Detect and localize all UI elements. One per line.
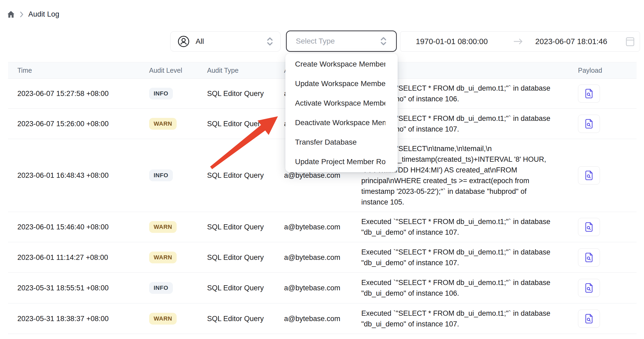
audit-level-badge: WARN <box>149 118 177 130</box>
table-row: 2023-06-01 11:14:27 +08:00 WARN SQL Edit… <box>8 242 637 273</box>
calendar-icon <box>626 36 635 47</box>
view-payload-button[interactable] <box>578 248 600 267</box>
cell-time: 2023-06-01 11:14:27 +08:00 <box>17 253 108 261</box>
cell-time: 2023-06-01 16:48:43 +08:00 <box>17 171 109 180</box>
column-header-time: Time <box>17 67 32 74</box>
file-search-icon <box>584 222 593 232</box>
arrow-right-icon <box>513 38 523 45</box>
cell-audit-level: WARN <box>149 221 177 233</box>
actor-filter-select[interactable]: All <box>170 31 281 52</box>
view-payload-button[interactable] <box>578 115 600 133</box>
view-payload-button[interactable] <box>578 310 600 328</box>
cell-audit-level: INFO <box>149 170 173 181</box>
cell-actor: a@bytebase.com <box>284 223 340 231</box>
cell-comment: Executed `"SELECT * FROM db_ui_demo.t1;"… <box>361 308 578 329</box>
table-row: 2023-06-01 15:46:40 +08:00 WARN SQL Edit… <box>8 212 637 242</box>
date-range-start[interactable]: 1970-01-01 08:00:00 <box>416 37 488 46</box>
cell-audit-level: INFO <box>149 88 173 99</box>
audit-level-badge: INFO <box>149 282 173 294</box>
cell-time: 2023-06-07 15:26:00 +08:00 <box>17 120 109 128</box>
column-header-audit-level: Audit Level <box>149 67 182 74</box>
cell-payload <box>578 115 600 133</box>
cell-payload <box>578 218 600 236</box>
file-search-icon <box>584 252 593 263</box>
view-payload-button[interactable] <box>578 279 600 297</box>
cell-time: 2023-05-31 18:55:51 +08:00 <box>17 284 109 292</box>
table-row-partial <box>8 334 637 339</box>
file-search-icon <box>584 170 593 181</box>
chevron-updown-icon <box>266 37 273 46</box>
cell-payload <box>578 166 600 184</box>
dropdown-option[interactable]: Deactivate Workspace Member <box>285 113 398 132</box>
audit-level-badge: WARN <box>149 313 177 325</box>
dropdown-option[interactable]: Activate Workspace Member <box>285 93 398 113</box>
audit-level-badge: WARN <box>149 252 177 263</box>
audit-level-badge: INFO <box>149 170 173 181</box>
table-row: 2023-05-31 18:38:37 +08:00 WARN SQL Edit… <box>8 303 637 334</box>
cell-payload <box>578 310 600 328</box>
audit-level-badge: WARN <box>149 221 177 233</box>
cell-audit-type: SQL Editor Query <box>207 253 264 261</box>
cell-time: 2023-05-31 18:38:37 +08:00 <box>17 314 109 323</box>
cell-comment: Executed `"SELECT * FROM db_ui_demo.t1;"… <box>361 277 578 299</box>
cell-comment: Executed `"SELECT * FROM db_ui_demo.t1;"… <box>361 216 578 238</box>
cell-comment: Executed `"SELECT * FROM db_ui_demo.t1;"… <box>361 247 578 268</box>
cell-audit-type: SQL Editor Query <box>207 120 264 128</box>
cell-actor: a@bytebase.com <box>284 314 340 323</box>
type-filter-dropdown-menu: Create Workspace MemberUpdate Workspace … <box>285 53 398 172</box>
dropdown-option[interactable]: Update Project Member Role <box>285 152 398 171</box>
column-header-audit-type: Audit Type <box>207 67 239 74</box>
table-row: 2023-05-31 18:55:51 +08:00 INFO SQL Edit… <box>8 273 637 303</box>
chevron-updown-icon <box>380 37 387 46</box>
cell-audit-type: SQL Editor Query <box>207 223 264 231</box>
breadcrumb-chevron-icon <box>20 11 24 18</box>
page-title: Audit Log <box>28 10 59 18</box>
view-payload-button[interactable] <box>578 218 600 236</box>
cell-time: 2023-06-01 15:46:40 +08:00 <box>17 223 109 231</box>
cell-audit-level: WARN <box>149 252 177 263</box>
cell-audit-type: SQL Editor Query <box>207 314 264 323</box>
cell-actor: a@bytebase.com <box>284 284 340 292</box>
column-header-payload: Payload <box>578 67 602 74</box>
cell-actor: a@bytebase.com <box>284 171 340 180</box>
user-circle-icon <box>177 35 190 48</box>
dropdown-option[interactable]: Update Workspace Member <box>285 74 398 93</box>
cell-audit-type: SQL Editor Query <box>207 171 264 180</box>
cell-audit-level: WARN <box>149 118 177 130</box>
cell-payload <box>578 84 600 103</box>
breadcrumb: Audit Log <box>7 10 59 18</box>
cell-audit-level: INFO <box>149 282 173 294</box>
file-search-icon <box>584 88 593 99</box>
cell-time: 2023-06-07 15:27:58 +08:00 <box>17 89 109 98</box>
cell-audit-level: WARN <box>149 313 177 325</box>
file-search-icon <box>584 118 593 129</box>
actor-filter-value: All <box>196 37 204 46</box>
file-search-icon <box>584 313 593 324</box>
date-range-picker[interactable]: 1970-01-01 08:00:00 2023-06-07 18:01:46 <box>400 31 640 52</box>
view-payload-button[interactable] <box>578 166 600 184</box>
type-filter-placeholder: Select Type <box>296 37 335 45</box>
audit-level-badge: INFO <box>149 88 173 99</box>
cell-audit-type: SQL Editor Query <box>207 89 264 98</box>
cell-audit-type: SQL Editor Query <box>207 284 264 292</box>
cell-payload <box>578 248 600 267</box>
file-search-icon <box>584 283 593 293</box>
dropdown-option[interactable]: Transfer Database <box>285 132 398 152</box>
cell-payload <box>578 279 600 297</box>
date-range-end[interactable]: 2023-06-07 18:01:46 <box>535 37 607 46</box>
view-payload-button[interactable] <box>578 84 600 103</box>
home-icon[interactable] <box>7 10 15 18</box>
dropdown-option[interactable]: Create Workspace Member <box>285 54 398 74</box>
cell-actor: a@bytebase.com <box>284 253 340 261</box>
type-filter-select[interactable]: Select Type <box>286 30 397 52</box>
